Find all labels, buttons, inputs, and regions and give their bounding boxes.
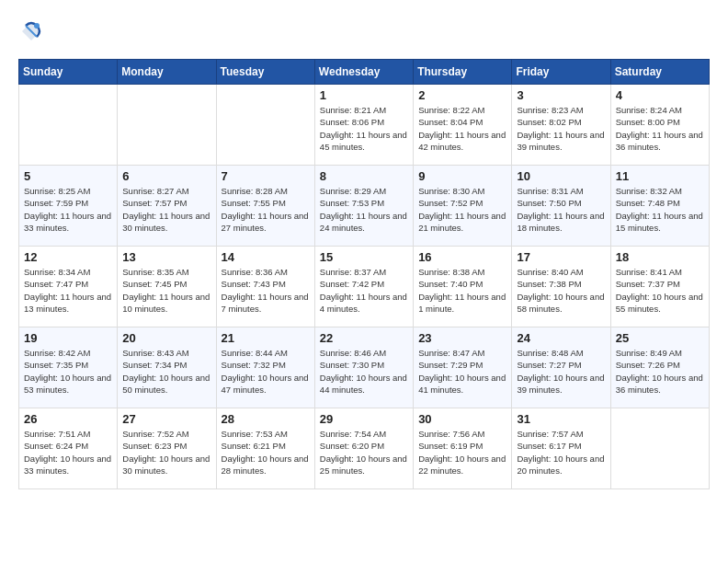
day-cell: 10Sunrise: 8:31 AMSunset: 7:50 PMDayligh… [512,166,610,247]
calendar-table: SundayMondayTuesdayWednesdayThursdayFrid… [18,59,710,489]
week-row-3: 12Sunrise: 8:34 AMSunset: 7:47 PMDayligh… [19,247,710,327]
day-number: 5 [24,169,112,183]
day-info: Sunrise: 8:32 AMSunset: 7:48 PMDaylight:… [616,185,704,234]
day-number: 2 [418,88,506,102]
day-cell: 28Sunrise: 7:53 AMSunset: 6:21 PMDayligh… [216,408,314,489]
day-info: Sunrise: 8:34 AMSunset: 7:47 PMDaylight:… [24,266,112,315]
day-info: Sunrise: 8:49 AMSunset: 7:26 PMDaylight:… [616,347,704,396]
day-number: 3 [517,88,605,102]
day-cell: 21Sunrise: 8:44 AMSunset: 7:32 PMDayligh… [216,327,314,408]
weekday-header-row: SundayMondayTuesdayWednesdayThursdayFrid… [19,60,710,85]
day-number: 10 [517,169,605,183]
day-info: Sunrise: 8:46 AMSunset: 7:30 PMDaylight:… [320,347,408,396]
day-cell: 4Sunrise: 8:24 AMSunset: 8:00 PMDaylight… [610,85,709,166]
day-cell: 26Sunrise: 7:51 AMSunset: 6:24 PMDayligh… [19,408,118,489]
day-number: 28 [222,412,310,426]
page: SundayMondayTuesdayWednesdayThursdayFrid… [0,0,728,508]
day-info: Sunrise: 8:47 AMSunset: 7:29 PMDaylight:… [418,347,506,396]
day-info: Sunrise: 8:31 AMSunset: 7:50 PMDaylight:… [517,185,605,234]
day-info: Sunrise: 8:25 AMSunset: 7:59 PMDaylight:… [24,185,112,234]
day-number: 14 [222,250,310,264]
day-info: Sunrise: 7:52 AMSunset: 6:23 PMDaylight:… [122,428,210,477]
day-cell [216,85,314,166]
day-info: Sunrise: 7:53 AMSunset: 6:21 PMDaylight:… [222,428,310,477]
day-info: Sunrise: 8:36 AMSunset: 7:43 PMDaylight:… [222,266,310,315]
day-cell: 13Sunrise: 8:35 AMSunset: 7:45 PMDayligh… [118,247,216,327]
day-cell: 6Sunrise: 8:27 AMSunset: 7:57 PMDaylight… [118,166,216,247]
day-number: 23 [418,331,506,345]
day-info: Sunrise: 8:42 AMSunset: 7:35 PMDaylight:… [24,347,112,396]
day-info: Sunrise: 8:21 AMSunset: 8:06 PMDaylight:… [320,104,408,153]
day-info: Sunrise: 8:28 AMSunset: 7:55 PMDaylight:… [222,185,310,234]
day-info: Sunrise: 7:51 AMSunset: 6:24 PMDaylight:… [24,428,112,477]
day-cell: 29Sunrise: 7:54 AMSunset: 6:20 PMDayligh… [314,408,413,489]
day-info: Sunrise: 8:29 AMSunset: 7:53 PMDaylight:… [320,185,408,234]
day-number: 26 [24,412,112,426]
day-info: Sunrise: 8:37 AMSunset: 7:42 PMDaylight:… [320,266,408,315]
day-number: 18 [616,250,704,264]
day-info: Sunrise: 8:44 AMSunset: 7:32 PMDaylight:… [222,347,310,396]
day-info: Sunrise: 8:40 AMSunset: 7:38 PMDaylight:… [517,266,605,315]
weekday-header-thursday: Thursday [414,60,512,85]
day-cell: 12Sunrise: 8:34 AMSunset: 7:47 PMDayligh… [19,247,118,327]
day-cell: 11Sunrise: 8:32 AMSunset: 7:48 PMDayligh… [610,166,709,247]
day-info: Sunrise: 8:24 AMSunset: 8:00 PMDaylight:… [616,104,704,153]
day-number: 4 [616,88,704,102]
day-cell: 5Sunrise: 8:25 AMSunset: 7:59 PMDaylight… [19,166,118,247]
day-number: 9 [418,169,506,183]
day-info: Sunrise: 8:35 AMSunset: 7:45 PMDaylight:… [122,266,210,315]
day-cell: 16Sunrise: 8:38 AMSunset: 7:40 PMDayligh… [414,247,512,327]
day-cell: 14Sunrise: 8:36 AMSunset: 7:43 PMDayligh… [216,247,314,327]
day-cell: 25Sunrise: 8:49 AMSunset: 7:26 PMDayligh… [610,327,709,408]
day-number: 11 [616,169,704,183]
day-info: Sunrise: 8:48 AMSunset: 7:27 PMDaylight:… [517,347,605,396]
week-row-5: 26Sunrise: 7:51 AMSunset: 6:24 PMDayligh… [19,408,710,489]
day-number: 13 [122,250,210,264]
day-number: 20 [122,331,210,345]
day-cell: 18Sunrise: 8:41 AMSunset: 7:37 PMDayligh… [610,247,709,327]
day-cell: 7Sunrise: 8:28 AMSunset: 7:55 PMDaylight… [216,166,314,247]
day-cell: 1Sunrise: 8:21 AMSunset: 8:06 PMDaylight… [314,85,413,166]
week-row-2: 5Sunrise: 8:25 AMSunset: 7:59 PMDaylight… [19,166,710,247]
day-number: 24 [517,331,605,345]
day-number: 27 [122,412,210,426]
day-cell [19,85,118,166]
day-info: Sunrise: 8:27 AMSunset: 7:57 PMDaylight:… [122,185,210,234]
day-number: 25 [616,331,704,345]
day-number: 19 [24,331,112,345]
day-cell: 31Sunrise: 7:57 AMSunset: 6:17 PMDayligh… [512,408,610,489]
week-row-4: 19Sunrise: 8:42 AMSunset: 7:35 PMDayligh… [19,327,710,408]
weekday-header-friday: Friday [512,60,610,85]
day-cell: 2Sunrise: 8:22 AMSunset: 8:04 PMDaylight… [414,85,512,166]
day-number: 22 [320,331,408,345]
day-number: 6 [122,169,210,183]
day-cell: 23Sunrise: 8:47 AMSunset: 7:29 PMDayligh… [414,327,512,408]
day-cell: 8Sunrise: 8:29 AMSunset: 7:53 PMDaylight… [314,166,413,247]
day-number: 31 [517,412,605,426]
weekday-header-saturday: Saturday [610,60,709,85]
logo [18,18,48,44]
week-row-1: 1Sunrise: 8:21 AMSunset: 8:06 PMDaylight… [19,85,710,166]
day-info: Sunrise: 7:54 AMSunset: 6:20 PMDaylight:… [320,428,408,477]
day-cell: 22Sunrise: 8:46 AMSunset: 7:30 PMDayligh… [314,327,413,408]
day-cell: 20Sunrise: 8:43 AMSunset: 7:34 PMDayligh… [118,327,216,408]
day-info: Sunrise: 8:41 AMSunset: 7:37 PMDaylight:… [616,266,704,315]
day-number: 1 [320,88,408,102]
day-cell: 9Sunrise: 8:30 AMSunset: 7:52 PMDaylight… [414,166,512,247]
day-info: Sunrise: 8:38 AMSunset: 7:40 PMDaylight:… [418,266,506,315]
day-number: 30 [418,412,506,426]
day-number: 29 [320,412,408,426]
day-cell: 3Sunrise: 8:23 AMSunset: 8:02 PMDaylight… [512,85,610,166]
day-cell: 19Sunrise: 8:42 AMSunset: 7:35 PMDayligh… [19,327,118,408]
day-cell: 30Sunrise: 7:56 AMSunset: 6:19 PMDayligh… [414,408,512,489]
day-info: Sunrise: 8:30 AMSunset: 7:52 PMDaylight:… [418,185,506,234]
weekday-header-wednesday: Wednesday [314,60,413,85]
weekday-header-sunday: Sunday [19,60,118,85]
day-info: Sunrise: 8:23 AMSunset: 8:02 PMDaylight:… [517,104,605,153]
day-number: 12 [24,250,112,264]
day-info: Sunrise: 8:43 AMSunset: 7:34 PMDaylight:… [122,347,210,396]
day-info: Sunrise: 7:56 AMSunset: 6:19 PMDaylight:… [418,428,506,477]
day-cell [610,408,709,489]
day-number: 8 [320,169,408,183]
day-number: 15 [320,250,408,264]
